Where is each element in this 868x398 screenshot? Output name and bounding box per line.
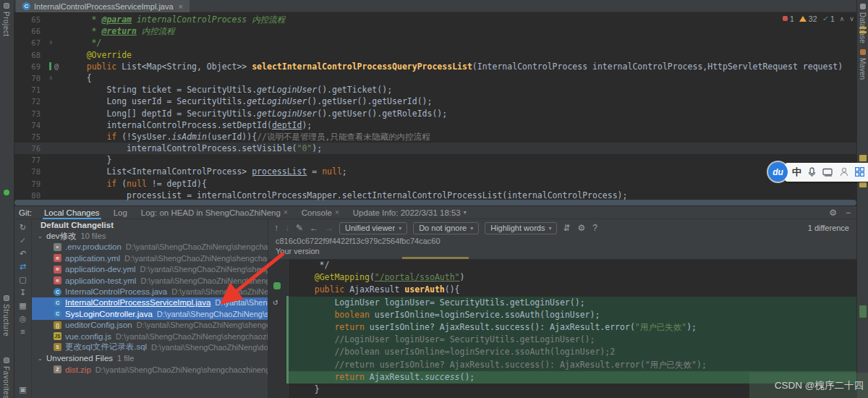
fold-icon[interactable]: ∧ [49,72,53,84]
file-path: D:\yantai\ShengChaoZhiNeng\shengchao [137,321,268,329]
inspections-widget[interactable]: 1 32 ✓1 ∧ ∨ [783,14,854,23]
git-tab-local-changes[interactable]: Local Changes [43,206,101,219]
rollback-icon[interactable]: ↶ [20,250,26,258]
editor-tab[interactable]: C InternalControlProcessServiceImpl.java… [16,0,190,12]
preview-diff-icon[interactable]: ▢ [19,276,26,284]
file-name: SysLoginController.java [65,310,153,318]
ime-logo-icon[interactable]: du [768,162,788,182]
code-line: 69@ public List<Map<String, Object>> sel… [14,61,856,72]
back-icon[interactable]: ← [310,223,318,233]
git-tab-update-info-2022-3-31-18-53[interactable]: Update Info: 2022/3/31 18:53▾ [352,206,468,219]
chevron-down-icon[interactable]: ⌄ [38,233,46,240]
rollback-change-icon[interactable]: ↺ [273,297,278,307]
highlight-mode-dropdown[interactable]: Highlight words▾ [485,222,557,234]
file-row[interactable]: {}ueditorConfig.jsonD:\yantai\ShengChaoZ… [32,320,268,331]
file-row[interactable]: CInternalControlProcessServiceImpl.javaD… [32,297,268,308]
virtual-keyboard-icon[interactable] [822,168,833,177]
viewer-mode-dropdown[interactable]: Unified viewer▾ [339,222,407,234]
next-difference-icon[interactable]: ↓ [285,223,289,233]
refresh-icon[interactable]: ↻ [20,224,26,232]
editor-horizontal-scrollbar[interactable] [14,200,856,206]
ignore-policy-dropdown[interactable]: Do not ignore▾ [413,222,479,234]
error-stripe-mark[interactable] [859,182,867,187]
changelist-group-row[interactable]: ⌄ dev修改 10 files [32,230,268,241]
show-diff-icon[interactable]: ⇄ [20,263,26,271]
file-row[interactable]: ≡.env.productionD:\yantai\ShengChaoZhiNe… [32,242,268,253]
ime-toolbar[interactable]: du 中 [768,162,868,182]
file-row[interactable]: ≋application-dev.ymlD:\yantai\ShengChaoZ… [32,264,268,275]
help-icon[interactable]: ? [592,223,597,233]
ime-tray: 中 [785,163,868,182]
dropdown-caret-icon[interactable]: ▾ [464,209,467,216]
file-path: D:\yantai\ShengChaoZhiNeng\doc [151,343,268,352]
git-tab-log[interactable]: Log [112,206,129,219]
file-row[interactable]: ≋application-test.ymlD:\yantai\ShengChao… [32,275,268,286]
unversioned-group-row[interactable]: ⌄ Unversioned Files 1 file [32,353,268,364]
override-gutter-icon[interactable]: @ [54,61,59,72]
line-number: 73 [14,108,49,119]
group-by-icon[interactable]: ▦ [19,302,26,310]
code-editor[interactable]: 65 * @param internalControlProcess 内控流程6… [14,12,856,206]
changelist-row[interactable]: Default Changelist [32,219,268,230]
file-row[interactable]: CSysLoginController.javaD:\yantai\ShengC… [32,308,268,319]
expand-all-icon[interactable]: ≡ [20,328,25,336]
line-number: 76 [14,143,49,154]
file-row[interactable]: S更改sql文件记录表.sqlD:\yantai\ShengChaoZhiNen… [32,342,268,352]
code-line: boolean userIsOnline=loginService.ssoAut… [289,309,856,321]
error-icon [783,16,788,21]
ime-language-toggle[interactable]: 中 [792,166,801,179]
git-tab-log-on-head-in-shengchaozhineng[interactable]: Log: on HEAD in ShengChaoZhiNeng× [140,206,289,219]
env-file-icon: ≡ [54,243,61,251]
gutter [49,119,67,131]
file-row[interactable]: Zdist.zipD:\yantai\ShengChaoZhiNeng\shen… [32,364,268,375]
fold-icon[interactable]: ∧ [49,37,53,48]
code-line: 77 } [14,154,856,166]
hide-panel-icon[interactable]: − [846,208,851,218]
file-path: D:\yantai\ShengChaoZhiNeng\shengcha [140,276,268,285]
settings-icon[interactable]: ⚙ [578,223,586,233]
forward-icon[interactable]: → [325,223,333,233]
file-row[interactable]: JSvue.config.jsD:\yantai\ShengChaoZhiNen… [32,331,268,342]
tab-close-icon[interactable]: × [284,208,288,216]
git-tab-console[interactable]: Console× [300,206,341,219]
changes-tree[interactable]: Default Changelist ⌄ dev修改 10 files ≡.en… [32,219,268,398]
yml-file-icon: ≋ [54,276,61,284]
edit-icon[interactable]: ✎ [296,223,303,233]
file-path: D:\yantai\ShengChaoZhiNeng\shengchaozhin… [95,365,268,374]
ime-menu-grid-icon[interactable] [855,167,864,177]
tool-button-structure[interactable]: Structure [2,295,10,336]
prev-issue-icon[interactable]: ∧ [840,15,845,22]
file-name: 更改sql文件记录表.sql [65,342,147,352]
file-row[interactable]: CInternalControlProcess.javaD:\yantai\Sh… [32,286,268,297]
previous-difference-icon[interactable]: ↑ [274,223,278,233]
commit-icon[interactable]: ✓ [20,237,26,245]
changed-lines-marker-icon[interactable] [273,282,281,289]
microphone-icon[interactable] [808,167,816,177]
settings-gear-icon[interactable]: ⚙ [829,208,837,218]
tool-button-maven[interactable]: Maven [859,49,867,80]
tab-close-icon[interactable]: × [335,208,339,216]
code-line: 78 List<InternalControlProcess> processL… [14,166,856,177]
scrollbar-change-mark[interactable] [859,305,867,318]
error-stripe-mark[interactable] [859,27,867,29]
tool-button-project[interactable]: Project [2,3,10,37]
next-issue-icon[interactable]: ∨ [849,15,854,22]
user-profile-icon[interactable] [840,167,848,177]
error-stripe-mark[interactable] [859,31,867,33]
collapse-unchanged-icon[interactable]: ⇵ [563,223,570,233]
shelve-icon[interactable]: ↧ [20,289,26,297]
editor-tab-title: InternalControlProcessServiceImpl.java [34,2,174,11]
tool-button-database[interactable]: Database [859,4,867,43]
tab-close-icon[interactable]: × [179,2,183,11]
diff-extra-icons: ⇵⚙? [563,223,597,233]
error-stripe-mark[interactable] [859,155,867,161]
preview-toggle-icon[interactable]: ▣ [19,386,26,394]
file-row[interactable]: ≋application.ymlD:\yantai\ShengChaoZhiNe… [32,253,268,263]
java-file-icon: C [54,299,61,307]
navigate-icon[interactable]: ◎ [20,315,27,323]
tool-button-favorites[interactable]: Favorites [2,357,10,398]
diff-gutter: ↺ [268,259,289,398]
git-left-toolbar: ↻✓↶⇄▢↧▦◎≡▣ [14,219,32,398]
passed-count: ✓1 [822,14,835,23]
chevron-down-icon[interactable]: ⌄ [38,355,46,362]
